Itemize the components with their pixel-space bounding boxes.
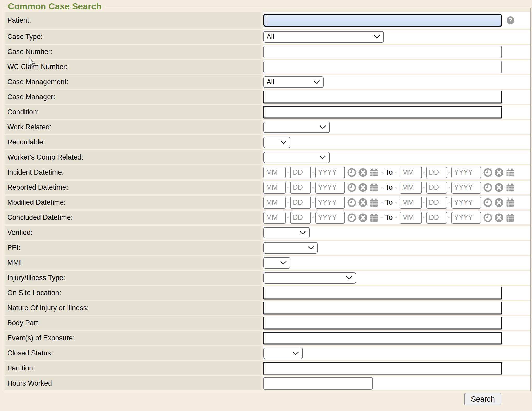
clock-icon[interactable] [483, 198, 492, 207]
modified-datetime-to-month-input[interactable]: MM [400, 197, 422, 209]
field-wc-claim-number [263, 60, 530, 74]
case-management-select[interactable]: All [263, 76, 324, 88]
incident-datetime-from-month-input[interactable]: MM [263, 167, 286, 178]
date-separator: - [448, 214, 450, 222]
case-number-input[interactable] [263, 46, 502, 58]
modified-datetime-to-day-input[interactable]: DD [426, 197, 447, 209]
label-case-number: Case Number: [5, 45, 261, 59]
field-mmi [263, 256, 530, 270]
calendar-icon[interactable] [506, 213, 515, 222]
modified-datetime-from-day-input[interactable]: DD [290, 197, 311, 209]
calendar-icon[interactable] [506, 198, 515, 207]
clear-icon[interactable] [495, 183, 503, 192]
reported-datetime-from-year-input[interactable]: YYYY [315, 182, 345, 194]
chevron-down-icon [320, 125, 326, 129]
chevron-down-icon [280, 261, 287, 265]
recordable-select[interactable] [263, 137, 290, 148]
case-type-select[interactable]: All [263, 31, 384, 43]
injury-illness-type-select[interactable] [263, 272, 356, 284]
condition-input[interactable] [263, 106, 502, 119]
help-icon[interactable]: ? [507, 16, 514, 24]
field-concluded-datetime: MM-DD-YYYY- To -MM-DD-YYYY [263, 211, 530, 224]
label-body-part: Body Part: [5, 316, 261, 330]
workers-comp-related-select[interactable] [263, 152, 330, 163]
search-button[interactable]: Search [464, 393, 501, 405]
date-range-to-label: - To - [381, 198, 397, 207]
on-site-location-input[interactable] [263, 287, 502, 300]
chevron-down-icon [374, 35, 380, 39]
calendar-icon[interactable] [506, 168, 515, 177]
clock-icon[interactable] [483, 213, 492, 222]
reported-datetime-from-day-input[interactable]: DD [290, 182, 311, 194]
case-manager-input[interactable] [263, 91, 502, 104]
partition-input[interactable] [263, 362, 502, 375]
field-workers-comp-related [263, 150, 530, 164]
calendar-icon[interactable] [370, 213, 378, 222]
reported-datetime-to-day-input[interactable]: DD [426, 182, 447, 194]
form-row-concluded-datetime: Concluded Datetime:MM-DD-YYYY- To -MM-DD… [5, 211, 530, 224]
incident-datetime-from-year-input[interactable]: YYYY [315, 167, 345, 178]
clear-icon[interactable] [358, 213, 367, 222]
reported-datetime-to-month-input[interactable]: MM [400, 182, 422, 194]
modified-datetime-to-year-input[interactable]: YYYY [451, 197, 481, 209]
mmi-select[interactable] [263, 257, 290, 269]
form-row-case-type: Case Type:All [5, 30, 530, 44]
patient-input[interactable] [263, 14, 502, 27]
form-row-reported-datetime: Reported Datetime:MM-DD-YYYY- To -MM-DD-… [5, 181, 530, 194]
clock-icon[interactable] [483, 168, 492, 177]
field-case-type: All [263, 30, 530, 44]
work-related-select[interactable] [263, 122, 330, 133]
clear-icon[interactable] [358, 168, 367, 177]
field-injury-illness-type [263, 271, 530, 285]
hours-worked-input[interactable] [263, 377, 373, 390]
clear-icon[interactable] [495, 198, 503, 207]
chevron-down-icon [320, 155, 326, 159]
clear-icon[interactable] [495, 213, 503, 222]
clock-icon[interactable] [483, 183, 492, 192]
date-separator: - [287, 198, 289, 207]
incident-datetime-to-day-input[interactable]: DD [426, 167, 447, 178]
form-row-nature-of-injury-or-illness: Nature Of Injury or Illness: [5, 301, 530, 315]
field-incident-datetime: MM-DD-YYYY- To -MM-DD-YYYY [263, 165, 530, 179]
label-case-management: Case Management: [5, 75, 261, 89]
reported-datetime-from-month-input[interactable]: MM [263, 182, 286, 194]
date-separator: - [312, 214, 314, 222]
ppi-select[interactable] [263, 242, 318, 254]
incident-datetime-to-month-input[interactable]: MM [400, 167, 422, 178]
reported-datetime-to-year-input[interactable]: YYYY [451, 182, 481, 194]
label-patient: Patient: [5, 12, 261, 29]
events-of-exposure-input[interactable] [263, 332, 502, 345]
concluded-datetime-to-day-input[interactable]: DD [426, 212, 447, 224]
clock-icon[interactable] [347, 213, 356, 222]
nature-of-injury-or-illness-input[interactable] [263, 302, 502, 315]
modified-datetime-from-year-input[interactable]: YYYY [315, 197, 345, 209]
form-row-case-number: Case Number: [5, 45, 530, 59]
clock-icon[interactable] [347, 168, 356, 177]
concluded-datetime-from-month-input[interactable]: MM [263, 212, 286, 224]
incident-datetime-from-day-input[interactable]: DD [290, 167, 311, 178]
concluded-datetime-from-day-input[interactable]: DD [290, 212, 311, 224]
body-part-input[interactable] [263, 317, 502, 330]
chevron-down-icon [346, 276, 353, 280]
concluded-datetime-to-year-input[interactable]: YYYY [451, 212, 481, 224]
verified-select[interactable] [263, 227, 310, 238]
clock-icon[interactable] [347, 198, 356, 207]
page-title: Common Case Search [7, 1, 106, 11]
closed-status-select[interactable] [263, 348, 303, 359]
clear-icon[interactable] [358, 198, 367, 207]
concluded-datetime-from-year-input[interactable]: YYYY [315, 212, 345, 224]
modified-datetime-from-month-input[interactable]: MM [263, 197, 286, 209]
calendar-icon[interactable] [370, 198, 378, 207]
calendar-icon[interactable] [506, 183, 515, 192]
clear-icon[interactable] [495, 168, 503, 177]
text-caret [267, 16, 267, 24]
concluded-datetime-to-month-input[interactable]: MM [400, 212, 422, 224]
form-row-hours-worked: Hours Worked [5, 376, 530, 390]
wc-claim-number-input[interactable] [263, 61, 502, 73]
calendar-icon[interactable] [370, 183, 378, 192]
clear-icon[interactable] [358, 183, 367, 192]
incident-datetime-to-year-input[interactable]: YYYY [451, 167, 481, 178]
clock-icon[interactable] [347, 183, 356, 192]
calendar-icon[interactable] [370, 168, 378, 177]
field-work-related [263, 120, 530, 134]
